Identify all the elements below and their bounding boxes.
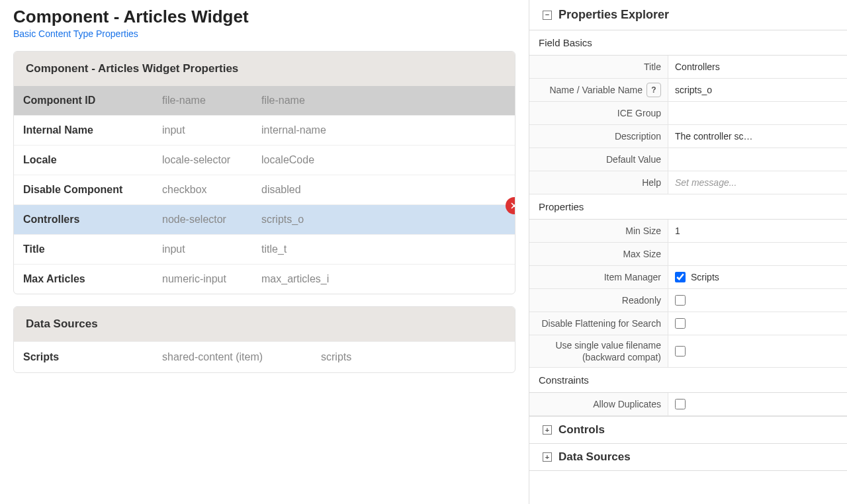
page-title: Component - Articles Widget [13, 7, 515, 27]
prop-type: numeric-input [162, 273, 261, 285]
section-field-basics: Field Basics [529, 30, 847, 56]
expand-icon: + [543, 452, 552, 462]
explorer-title: Properties Explorer [558, 8, 669, 22]
properties-explorer-header: − Properties Explorer [529, 0, 847, 30]
default-value-field[interactable] [668, 155, 847, 163]
field-label: Help [529, 171, 668, 194]
single-value-field [668, 342, 847, 360]
collapse-icon[interactable]: − [543, 11, 552, 20]
single-value-checkbox[interactable] [675, 346, 686, 357]
readonly-checkbox[interactable] [675, 295, 686, 306]
table-row[interactable]: Internal Name input internal-name [14, 115, 515, 145]
prop-name: Component ID [23, 95, 162, 106]
table-row-selected[interactable]: Controllers node-selector scripts_o [14, 204, 515, 234]
prop-var: title_t [261, 243, 506, 255]
section-properties: Properties [529, 194, 847, 220]
table-row[interactable]: Max Articles numeric-input max_articles_… [14, 264, 515, 294]
allow-duplicates-checkbox[interactable] [675, 399, 686, 409]
disable-flattening-checkbox[interactable] [675, 318, 686, 329]
field-label: Use single value filename (backward comp… [529, 335, 668, 367]
prop-type: file-name [162, 95, 261, 106]
field-label: Disable Flattening for Search [529, 312, 668, 335]
prop-var: scripts_o [261, 214, 506, 226]
field-allow-duplicates-row: Allow Duplicates [529, 393, 847, 416]
prop-var: localeCode [261, 154, 506, 166]
field-label: Allow Duplicates [529, 393, 668, 415]
field-title-row: Title Controllers [529, 56, 847, 79]
description-field[interactable]: The controller sc… [668, 127, 847, 146]
field-default-value-row: Default Value [529, 148, 847, 171]
help-field[interactable]: Set message... [668, 173, 847, 192]
field-help-row: Help Set message... [529, 171, 847, 194]
field-label: Name / Variable Name ? [529, 79, 668, 101]
section-controls-collapsed[interactable]: + Controls [529, 416, 847, 444]
field-label: ICE Group [529, 102, 668, 124]
prop-name: Controllers [23, 214, 162, 226]
field-description-row: Description The controller sc… [529, 125, 847, 148]
close-icon [510, 201, 515, 210]
section-data-sources-collapsed[interactable]: + Data Sources [529, 444, 847, 471]
basic-properties-link[interactable]: Basic Content Type Properties [13, 28, 138, 39]
prop-type: locale-selector [162, 154, 261, 166]
section-constraints: Constraints [529, 368, 847, 393]
ds-var: scripts [321, 351, 506, 363]
field-label: Item Manager [529, 266, 668, 288]
field-label: Min Size [529, 220, 668, 242]
expand-icon: + [543, 425, 552, 435]
data-sources-label: Data Sources [558, 450, 631, 464]
ds-name: Scripts [23, 351, 162, 363]
properties-card: Component - Articles Widget Properties C… [13, 51, 515, 294]
table-row[interactable]: Locale locale-selector localeCode [14, 145, 515, 175]
table-row[interactable]: Disable Component checkbox disabled [14, 175, 515, 204]
item-manager-field: Scripts [668, 268, 847, 286]
field-ice-group-row: ICE Group [529, 102, 847, 125]
disable-flattening-field [668, 314, 847, 333]
max-size-field[interactable] [668, 250, 847, 258]
field-name-row: Name / Variable Name ? scripts_o [529, 79, 847, 102]
ds-type: shared-content (item) [162, 351, 321, 363]
field-max-size-row: Max Size [529, 243, 847, 266]
field-label: Default Value [529, 148, 668, 171]
datasources-card: Data Sources Scripts shared-content (ite… [13, 306, 515, 373]
prop-var: file-name [261, 95, 506, 106]
min-size-field[interactable]: 1 [668, 222, 847, 240]
field-label: Description [529, 125, 668, 147]
prop-name: Disable Component [23, 184, 162, 196]
field-label: Readonly [529, 289, 668, 312]
prop-type: node-selector [162, 214, 261, 226]
field-min-size-row: Min Size 1 [529, 220, 847, 243]
left-panel: Component - Articles Widget Basic Conten… [0, 0, 529, 504]
delete-row-button[interactable] [506, 197, 515, 214]
item-manager-checkbox[interactable] [675, 272, 686, 282]
readonly-field [668, 291, 847, 310]
field-disable-flattening-row: Disable Flattening for Search [529, 312, 847, 335]
prop-name: Title [23, 243, 162, 255]
properties-card-header: Component - Articles Widget Properties [14, 52, 515, 86]
field-label: Title [529, 56, 668, 78]
name-field[interactable]: scripts_o [668, 81, 847, 99]
right-panel: − Properties Explorer Field Basics Title… [529, 0, 847, 504]
prop-name: Max Articles [23, 273, 162, 285]
prop-var: max_articles_i [261, 273, 506, 285]
datasources-card-header: Data Sources [14, 307, 515, 341]
prop-type: checkbox [162, 184, 261, 196]
help-icon[interactable]: ? [646, 83, 661, 97]
field-label: Max Size [529, 243, 668, 265]
table-row[interactable]: Scripts shared-content (item) scripts [14, 341, 515, 372]
prop-type: input [162, 243, 261, 255]
table-row[interactable]: Title input title_t [14, 234, 515, 264]
field-label-text: Name / Variable Name [549, 85, 643, 95]
prop-name: Internal Name [23, 124, 162, 136]
field-readonly-row: Readonly [529, 289, 847, 312]
prop-name: Locale [23, 154, 162, 166]
item-manager-text: Scripts [691, 272, 719, 282]
ice-group-field[interactable] [668, 109, 847, 117]
prop-var: disabled [261, 184, 506, 196]
title-field[interactable]: Controllers [668, 58, 847, 76]
table-row[interactable]: Component ID file-name file-name [14, 86, 515, 115]
controls-label: Controls [558, 423, 605, 437]
field-single-value-row: Use single value filename (backward comp… [529, 335, 847, 368]
prop-type: input [162, 124, 261, 136]
field-item-manager-row: Item Manager Scripts [529, 266, 847, 289]
prop-var: internal-name [261, 124, 506, 136]
